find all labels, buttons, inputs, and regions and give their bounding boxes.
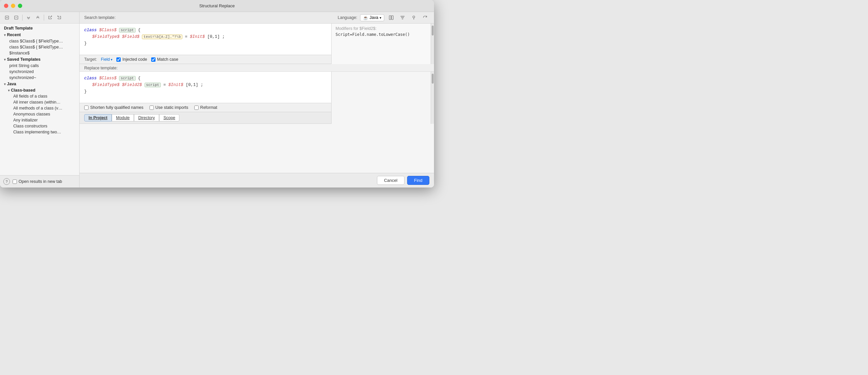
bottom-bar: Cancel Find (80, 173, 434, 188)
static-imports-option[interactable]: Use static imports (150, 105, 188, 110)
layout-toggle-button[interactable] (387, 14, 396, 21)
code-var-init: $Init$ (190, 34, 205, 39)
window-title: Structural Replace (199, 3, 235, 8)
maximize-button[interactable] (18, 4, 22, 8)
class-item-all-methods[interactable]: All methods of a class (v… (0, 105, 79, 111)
class-item-constructors[interactable]: Class constructors (0, 123, 79, 129)
recent-item-1[interactable]: class $Class$ { $FieldType… (0, 38, 79, 44)
saved-item-print[interactable]: print String calls (0, 63, 79, 69)
import-button[interactable] (55, 14, 64, 21)
svg-point-4 (413, 16, 415, 18)
recent-item-3[interactable]: $Instance$ (0, 50, 79, 56)
reformat-checkbox[interactable] (194, 106, 198, 110)
collapse-all-button[interactable] (33, 14, 42, 21)
open-results-checkbox[interactable] (12, 179, 17, 184)
sidebar-tree: Draft Template ▾ Recent class $Class$ { … (0, 24, 79, 175)
title-bar: Structural Replace (0, 0, 434, 12)
scope-in-project-button[interactable]: In Project (84, 114, 112, 121)
minimize-button[interactable] (11, 4, 15, 8)
main-content: Search template: Language: ☕ Java ▾ (80, 12, 434, 188)
recent-item-2[interactable]: class $Class$ { $FieldType… (0, 44, 79, 50)
injected-code-label: Injected code (122, 57, 147, 62)
target-chevron-icon: ▾ (111, 58, 113, 61)
refresh-button[interactable] (421, 14, 429, 21)
class-item-implementing[interactable]: Class implementing two… (0, 129, 79, 135)
shorten-names-option[interactable]: Shorten fully qualified names (84, 105, 144, 110)
replace-var-init: $Init$ (168, 83, 183, 87)
sidebar-item-saved-templates[interactable]: ▾ Saved Templates (0, 56, 79, 63)
class-item-any-initializer[interactable]: Any initializer (0, 117, 79, 123)
export-button[interactable] (46, 14, 54, 21)
toolbar-separator-2 (44, 15, 44, 21)
find-button[interactable]: Find (407, 176, 429, 185)
code-var-fieldtype: $FieldType$ (92, 34, 120, 39)
saved-arrow-icon: ▾ (4, 58, 6, 61)
scope-directory-button[interactable]: Directory (134, 114, 159, 121)
replace-scrollbar[interactable] (431, 72, 434, 124)
language-selector[interactable]: ☕ Java ▾ (360, 14, 384, 21)
injected-code-checkbox[interactable] (116, 57, 121, 62)
add-template-button[interactable] (3, 14, 11, 21)
filter-button[interactable] (398, 14, 407, 21)
saved-item-sync[interactable]: synchronized (0, 69, 79, 75)
sidebar-item-java[interactable]: ▾ Java (0, 81, 79, 87)
replace-var-fieldtype: $FieldType$ (92, 83, 120, 87)
language-value: Java (370, 15, 378, 20)
modifiers-title: Modifiers for $Field2$: (336, 26, 427, 31)
remove-template-button[interactable] (12, 14, 21, 21)
scope-module-button[interactable]: Module (112, 114, 134, 121)
search-template-label: Search template: (84, 15, 116, 20)
toolbar-separator-1 (22, 15, 23, 21)
language-label: Language: (338, 15, 358, 20)
static-imports-checkbox[interactable] (150, 106, 154, 110)
sidebar-item-draft-template[interactable]: Draft Template (0, 25, 79, 31)
reformat-label: Reformat (200, 105, 217, 110)
shorten-names-label: Shorten fully qualified names (90, 105, 144, 110)
sidebar-item-class-based[interactable]: ▾ Class-based (0, 87, 79, 93)
replace-keyword-class: class (84, 76, 97, 81)
injected-code-option[interactable]: Injected code (116, 57, 147, 62)
modifiers-value: Script=Field.name.toLowerCase() (336, 32, 427, 37)
code-var-field: $Field$ (122, 34, 140, 39)
search-template-editor[interactable]: class $Class$ script { $FieldType$ $Fiel… (80, 24, 331, 55)
cancel-button[interactable]: Cancel (377, 176, 404, 185)
sidebar-footer: ? Open results in new tab (0, 175, 79, 188)
open-results-label[interactable]: Open results in new tab (12, 179, 62, 184)
replace-var-field2: $Field2$ (122, 83, 142, 87)
replace-section: class $Class$ script { $FieldType$ $Fiel… (80, 72, 434, 124)
action-buttons: Cancel Find (377, 176, 429, 185)
code-var-class: $Class$ (99, 28, 117, 32)
sidebar-toolbar (0, 12, 79, 24)
search-scrollbar[interactable] (431, 24, 434, 64)
code-keyword-class: class (84, 28, 97, 32)
target-selector[interactable]: Field ▾ (101, 57, 113, 62)
replace-template-editor[interactable]: class $Class$ script { $FieldType$ $Fiel… (80, 72, 331, 103)
shorten-names-checkbox[interactable] (84, 106, 89, 110)
replace-scrollbar-thumb (432, 74, 434, 84)
pin-button[interactable] (409, 14, 418, 21)
scope-scope-button[interactable]: Scope (159, 114, 179, 121)
modifiers-panel: Modifiers for $Field2$: Script=Field.nam… (331, 24, 431, 64)
close-button[interactable] (4, 4, 8, 8)
chevron-down-icon: ▾ (380, 16, 381, 20)
class-item-anonymous[interactable]: Anonymous classes (0, 111, 79, 117)
class-item-all-fields[interactable]: All fields of a class (0, 93, 79, 99)
class-item-inner-classes[interactable]: All inner classes (within… (0, 99, 79, 105)
expand-all-button[interactable] (24, 14, 33, 21)
sidebar-item-recent[interactable]: ▾ Recent (0, 31, 79, 38)
match-case-checkbox[interactable] (151, 57, 155, 62)
help-button[interactable]: ? (3, 178, 10, 185)
replace-badge-script1: script (119, 76, 135, 81)
static-imports-label: Use static imports (155, 105, 188, 110)
match-case-option[interactable]: Match case (151, 57, 178, 62)
replace-template-label: Replace template: (80, 64, 434, 72)
recent-arrow-icon: ▾ (4, 33, 6, 37)
content-header: Search template: Language: ☕ Java ▾ (80, 12, 434, 24)
search-code-area: class $Class$ script { $FieldType$ $Fiel… (80, 24, 331, 64)
java-icon: ☕ (363, 15, 368, 20)
code-regex-badge: text=\b[A-Z].*?\b (142, 34, 182, 39)
reformat-option[interactable]: Reformat (194, 105, 217, 110)
replace-badge-script2: script (145, 83, 161, 87)
saved-item-sync-tilde[interactable]: synchronized~ (0, 75, 79, 81)
search-options-bar: Target: Field ▾ Injected code Match case (80, 55, 331, 64)
